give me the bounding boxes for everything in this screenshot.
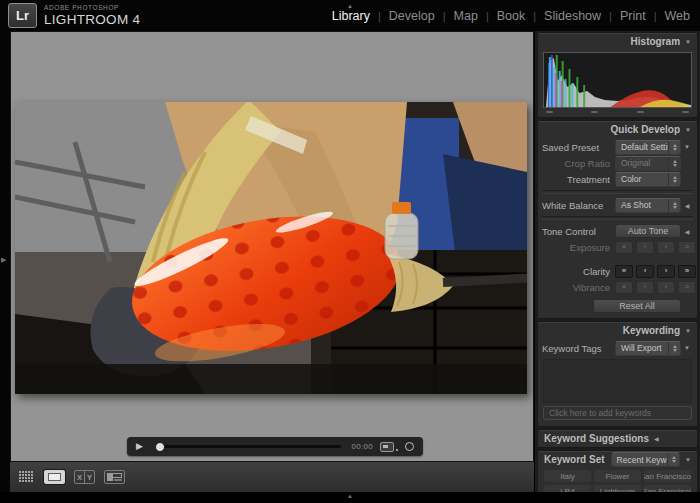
frame-menu-dot-icon — [396, 449, 398, 451]
capture-frame-icon[interactable] — [380, 442, 394, 452]
module-print[interactable]: Print — [620, 9, 646, 23]
vibrance-large-decrease-button[interactable]: « — [615, 281, 633, 294]
keyword-tags-dropdown[interactable]: Will Export — [615, 341, 681, 356]
dropdown-stepper-icon[interactable] — [668, 173, 680, 186]
view-toolbar: X Y — [10, 461, 534, 492]
expand-panel-icon[interactable]: ◀ — [654, 435, 659, 442]
saved-preset-row: Saved Preset Default Settings ▼ — [542, 139, 693, 155]
quick-develop-title: Quick Develop — [611, 124, 680, 135]
keyword-suggestions-header[interactable]: Keyword Suggestions ◀ — [538, 430, 697, 447]
expand-left-panel-arrow-icon[interactable]: ▶ — [1, 256, 6, 264]
module-book[interactable]: Book — [497, 9, 526, 23]
expand-section-icon[interactable]: ◀ — [681, 228, 693, 235]
keywording-header[interactable]: Keywording ▼ — [538, 322, 697, 339]
expand-section-icon[interactable]: ▼ — [681, 144, 693, 150]
crop-ratio-dropdown[interactable]: Original — [615, 156, 681, 171]
playback-options-button[interactable] — [405, 442, 414, 451]
tone-control-row: Tone Control Auto Tone ◀ — [542, 223, 693, 239]
video-playback-bar: ▶ 00:00 — [127, 437, 423, 456]
dropdown-stepper-icon[interactable] — [668, 157, 680, 170]
keyword-suggestions-panel: Keyword Suggestions ◀ — [537, 429, 698, 448]
module-develop[interactable]: Develop — [389, 9, 435, 23]
video-scrubber[interactable] — [157, 445, 342, 448]
collapse-panel-icon[interactable]: ▼ — [685, 328, 691, 334]
exposure-steppers: « ‹ › » — [615, 241, 696, 254]
exposure-large-decrease-button[interactable]: « — [615, 241, 633, 254]
tick-mark — [591, 111, 598, 113]
collapse-panel-icon[interactable]: ▼ — [685, 127, 691, 133]
collapse-top-panel-arrow-icon[interactable]: ▲ — [347, 3, 353, 9]
histogram-graph[interactable] — [543, 52, 692, 108]
keyword-chip[interactable]: Italy — [544, 470, 591, 482]
keyword-tags-label: Keyword Tags — [542, 343, 615, 354]
right-panel: Histogram ▼ — [534, 31, 700, 492]
keyword-chip[interactable]: San Franciscod — [644, 470, 691, 482]
module-library[interactable]: Library — [332, 9, 370, 23]
lightroom-logo: Lr — [8, 3, 37, 28]
keyword-tags-textarea[interactable] — [543, 359, 692, 403]
exposure-decrease-button[interactable]: ‹ — [636, 241, 654, 254]
keyword-suggestions-title: Keyword Suggestions — [544, 433, 649, 444]
keyword-chip[interactable]: LR4 — [544, 485, 591, 492]
quick-develop-header[interactable]: Quick Develop ▼ — [538, 121, 697, 138]
treatment-value: Color — [616, 174, 668, 184]
histogram-clipping-indicators — [538, 111, 697, 117]
scrubber-handle[interactable] — [155, 442, 165, 452]
dropdown-stepper-icon[interactable] — [667, 453, 679, 466]
keyword-set-dropdown[interactable]: Recent Keywords — [611, 452, 680, 467]
white-balance-dropdown[interactable]: As Shot — [615, 198, 681, 213]
collapse-panel-icon[interactable]: ▼ — [685, 457, 691, 463]
exposure-increase-button[interactable]: › — [657, 241, 675, 254]
survey-view-icon[interactable] — [104, 470, 125, 484]
expand-filmstrip-arrow-icon[interactable]: ▲ — [347, 493, 353, 499]
auto-tone-button[interactable]: Auto Tone — [615, 224, 681, 238]
vibrance-large-increase-button[interactable]: » — [678, 281, 696, 294]
crop-ratio-label: Crop Ratio — [542, 158, 615, 169]
clarity-large-increase-button[interactable]: » — [678, 265, 696, 278]
keyword-set-header[interactable]: Keyword Set Recent Keywords ▼ — [538, 451, 697, 468]
add-keywords-input[interactable] — [543, 406, 692, 420]
clarity-increase-button[interactable]: › — [657, 265, 675, 278]
histogram-header[interactable]: Histogram ▼ — [538, 33, 697, 50]
module-map[interactable]: Map — [454, 9, 478, 23]
reset-all-button[interactable]: Reset All — [593, 299, 681, 313]
keyword-chip[interactable]: Lightroom — [594, 485, 641, 492]
main-area: ▶ — [0, 31, 700, 492]
keyword-chip[interactable]: San Francisco — [644, 485, 691, 492]
vibrance-steppers: « ‹ › » — [615, 281, 696, 294]
keywording-title: Keywording — [623, 325, 680, 336]
grid-view-icon[interactable] — [19, 471, 35, 483]
lightroom-window: Lr ADOBE PHOTOSHOP LIGHTROOM 4 ▲ Library… — [0, 0, 700, 503]
module-separator: | — [443, 10, 446, 22]
saved-preset-dropdown[interactable]: Default Settings — [615, 140, 681, 155]
module-web[interactable]: Web — [665, 9, 690, 23]
compare-view-icon[interactable]: X Y — [74, 470, 95, 484]
module-separator: | — [654, 10, 657, 22]
expand-section-icon[interactable]: ▼ — [681, 345, 693, 351]
quick-develop-panel: Quick Develop ▼ Saved Preset Default Set… — [537, 120, 698, 319]
vibrance-decrease-button[interactable]: ‹ — [636, 281, 654, 294]
keyword-set-title: Keyword Set — [544, 454, 605, 465]
keyword-chip[interactable]: Flower — [594, 470, 641, 482]
exposure-large-increase-button[interactable]: » — [678, 241, 696, 254]
dropdown-stepper-icon[interactable] — [668, 141, 680, 154]
tick-mark — [682, 111, 689, 113]
keyword-set-value: Recent Keywords — [612, 455, 667, 465]
vibrance-increase-button[interactable]: › — [657, 281, 675, 294]
play-button[interactable]: ▶ — [136, 442, 143, 451]
module-picker: Library | Develop | Map | Book | Slidesh… — [332, 9, 690, 23]
treatment-dropdown[interactable]: Color — [615, 172, 681, 187]
collapse-panel-icon[interactable]: ▼ — [685, 39, 691, 45]
photo-glassblowing-video-frame[interactable] — [15, 102, 527, 394]
dropdown-stepper-icon[interactable] — [668, 199, 680, 212]
exposure-label: Exposure — [542, 242, 615, 253]
clarity-large-decrease-button[interactable]: « — [615, 265, 633, 278]
module-separator: | — [378, 10, 381, 22]
divider — [542, 216, 693, 220]
dropdown-stepper-icon[interactable] — [668, 342, 680, 355]
module-slideshow[interactable]: Slideshow — [544, 9, 601, 23]
compare-x-label: X — [75, 471, 85, 483]
loupe-view-icon[interactable] — [44, 470, 65, 484]
clarity-decrease-button[interactable]: ‹ — [636, 265, 654, 278]
expand-section-icon[interactable]: ◀ — [681, 202, 693, 209]
